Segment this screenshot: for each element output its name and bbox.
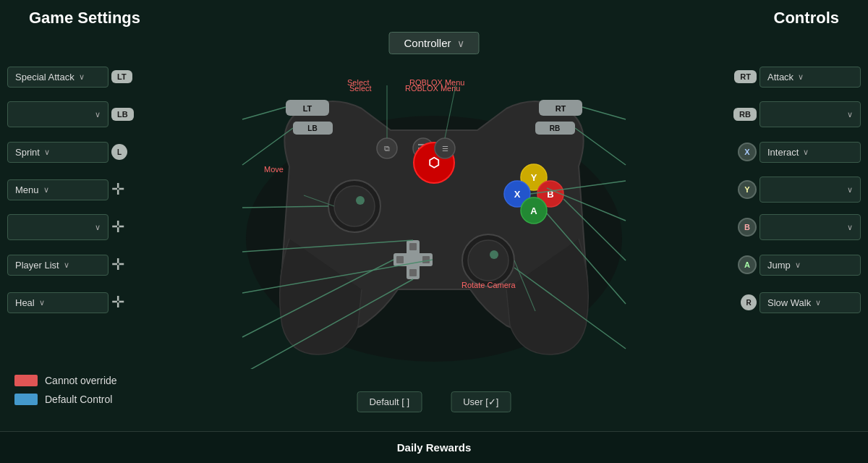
- heal-button[interactable]: Heal ∨: [7, 292, 109, 313]
- rb-button[interactable]: ∨: [760, 101, 861, 127]
- dpad-right-button[interactable]: ∨: [7, 214, 109, 240]
- attack-label: Attack: [767, 72, 793, 82]
- svg-line-50: [582, 107, 626, 119]
- svg-point-23: [468, 240, 509, 281]
- svg-text:RB: RB: [550, 124, 560, 132]
- svg-text:A: A: [530, 205, 537, 216]
- y-button[interactable]: ∨: [760, 177, 861, 203]
- svg-rect-28: [409, 269, 417, 276]
- rt-label: RT: [734, 70, 757, 83]
- control-row-special-attack: Special Attack ∨ LT: [7, 58, 134, 95]
- svg-line-39: [242, 107, 286, 119]
- menu-label: Menu: [15, 184, 39, 195]
- special-attack-button[interactable]: Special Attack ∨: [7, 67, 109, 88]
- svg-text:LB: LB: [307, 124, 317, 132]
- chevron-icon: ∨: [798, 72, 804, 82]
- control-row-rb: RB ∨: [733, 95, 861, 133]
- control-row-player-list: Player List ∨ ✛: [7, 246, 134, 284]
- sprint-label: Sprint: [15, 147, 40, 158]
- heal-label: Heal: [15, 297, 35, 308]
- right-panel: RT Attack ∨ RB ∨ X Interact ∨ Y ∨ B ∨ A: [733, 58, 861, 321]
- x-face-button-icon: X: [738, 143, 757, 161]
- control-row-attack: RT Attack ∨: [733, 58, 861, 95]
- slow-walk-button[interactable]: Slow Walk ∨: [760, 292, 861, 313]
- default-control-text: Default Control: [45, 394, 112, 405]
- rb-label: RB: [733, 108, 757, 121]
- lb-label: LB: [111, 108, 134, 121]
- svg-text:⬡: ⬡: [428, 156, 440, 170]
- svg-rect-27: [409, 243, 417, 250]
- y-face-button-icon: Y: [738, 180, 757, 199]
- lb-button[interactable]: ∨: [7, 101, 109, 127]
- controls-title: Controls: [774, 9, 839, 27]
- chevron-icon: ∨: [803, 148, 809, 157]
- chevron-icon: ∨: [95, 223, 101, 232]
- menu-button[interactable]: Menu ∨: [7, 179, 109, 200]
- r-stick-icon: R: [741, 294, 757, 310]
- chevron-icon: ∨: [847, 110, 853, 119]
- svg-point-21: [356, 196, 365, 205]
- control-row-sprint: Sprint ∨ L: [7, 133, 134, 171]
- left-panel: Special Attack ∨ LT ∨ LB Sprint ∨ L Menu…: [7, 58, 134, 321]
- footer: Daily Rewards: [0, 431, 868, 463]
- control-row-dpad-right: ∨ ✛: [7, 208, 134, 246]
- dpad-down-icon: ✛: [111, 294, 124, 310]
- svg-point-24: [490, 250, 498, 259]
- chevron-icon: ∨: [847, 223, 853, 232]
- svg-point-20: [334, 186, 375, 226]
- control-row-heal: Heal ∨ ✛: [7, 284, 134, 321]
- lt-label: LT: [111, 70, 132, 83]
- dpad-up-icon: ✛: [111, 182, 124, 197]
- player-list-button[interactable]: Player List ∨: [7, 255, 109, 276]
- legend: Cannot override Default Control: [14, 375, 117, 412]
- control-row-b: B ∨: [733, 208, 861, 246]
- svg-text:☰: ☰: [442, 145, 448, 153]
- rotate-camera-label-display: Rotate Camera: [461, 281, 516, 289]
- chevron-down-icon: ∨: [457, 38, 464, 49]
- default-control-color: [14, 394, 38, 405]
- chevron-icon: ∨: [39, 298, 45, 307]
- controller-label: Controller: [404, 37, 451, 49]
- svg-rect-30: [422, 256, 430, 263]
- select-label-display: Select: [349, 84, 372, 93]
- special-attack-label: Special Attack: [15, 72, 75, 82]
- chevron-icon: ∨: [95, 110, 101, 119]
- attack-button[interactable]: Attack ∨: [760, 67, 861, 88]
- cannot-override-text: Cannot override: [45, 375, 117, 386]
- move-label-display: Move: [264, 165, 284, 174]
- b-face-button-icon: B: [738, 218, 757, 237]
- game-settings-title: Game Settings: [29, 9, 140, 27]
- dpad-left-icon: ✛: [111, 257, 124, 273]
- svg-rect-29: [396, 256, 404, 263]
- a-face-button-icon: A: [738, 255, 757, 274]
- svg-text:RT: RT: [556, 104, 566, 113]
- default-button[interactable]: Default [ ]: [357, 391, 422, 412]
- jump-button[interactable]: Jump ∨: [760, 255, 861, 276]
- bottom-buttons: Default [ ] User [✓]: [357, 391, 511, 412]
- chevron-icon: ∨: [44, 148, 50, 157]
- legend-cannot-override: Cannot override: [14, 375, 117, 386]
- cannot-override-color: [14, 375, 38, 386]
- jump-label: Jump: [767, 260, 791, 271]
- l-stick-icon: L: [111, 144, 127, 160]
- sprint-button[interactable]: Sprint ∨: [7, 142, 109, 163]
- svg-text:⧉: ⧉: [384, 144, 390, 153]
- control-row-jump: A Jump ∨: [733, 246, 861, 284]
- control-row-menu: Menu ∨ ✛: [7, 171, 134, 208]
- dpad-right-icon: ✛: [111, 219, 124, 235]
- user-button[interactable]: User [✓]: [451, 391, 511, 412]
- controller-dropdown[interactable]: Controller ∨: [388, 32, 479, 54]
- daily-rewards-text[interactable]: Daily Rewards: [397, 441, 472, 454]
- chevron-icon: ∨: [79, 72, 85, 82]
- chevron-icon: ∨: [795, 260, 801, 270]
- control-row-lb: ∨ LB: [7, 95, 134, 133]
- roblox-menu-label-display: ROBLOX Menu: [405, 84, 460, 93]
- control-row-y: Y ∨: [733, 171, 861, 208]
- interact-button[interactable]: Interact ∨: [760, 142, 861, 163]
- chevron-icon: ∨: [847, 185, 853, 195]
- chevron-icon: ∨: [43, 185, 49, 195]
- chevron-icon: ∨: [64, 260, 69, 270]
- slow-walk-label: Slow Walk: [767, 297, 811, 308]
- b-button[interactable]: ∨: [760, 214, 861, 240]
- legend-default-control: Default Control: [14, 394, 117, 405]
